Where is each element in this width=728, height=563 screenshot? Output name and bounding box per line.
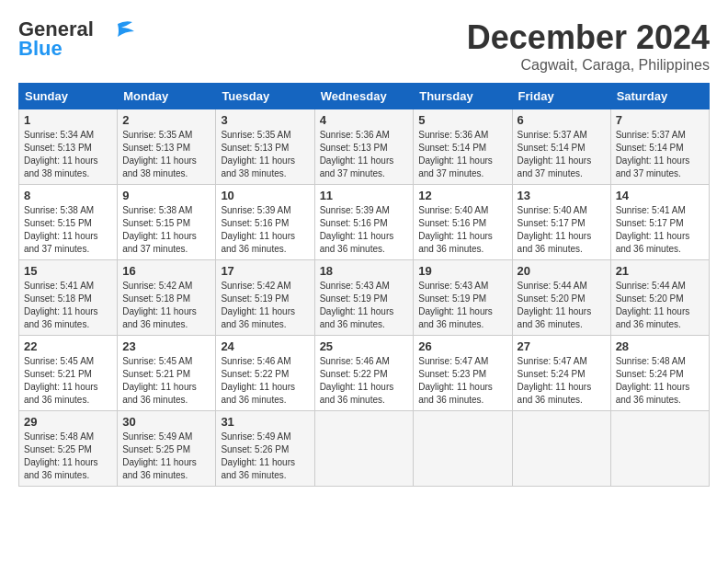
calendar-cell: 2 Sunrise: 5:35 AMSunset: 5:13 PMDayligh… xyxy=(118,109,216,185)
day-info: Sunrise: 5:34 AMSunset: 5:13 PMDaylight:… xyxy=(24,130,98,178)
day-number: 30 xyxy=(122,415,210,429)
calendar-cell: 4 Sunrise: 5:36 AMSunset: 5:13 PMDayligh… xyxy=(314,109,414,185)
calendar-cell xyxy=(512,411,610,487)
day-info: Sunrise: 5:48 AMSunset: 5:24 PMDaylight:… xyxy=(616,356,690,405)
calendar-cell: 28 Sunrise: 5:48 AMSunset: 5:24 PMDaylig… xyxy=(610,336,709,411)
day-info: Sunrise: 5:47 AMSunset: 5:23 PMDaylight:… xyxy=(418,356,493,405)
day-info: Sunrise: 5:38 AMSunset: 5:15 PMDaylight:… xyxy=(24,205,98,254)
calendar-cell: 11 Sunrise: 5:39 AMSunset: 5:16 PMDaylig… xyxy=(314,185,414,260)
weekday-header: Friday xyxy=(512,84,610,109)
day-info: Sunrise: 5:46 AMSunset: 5:22 PMDaylight:… xyxy=(221,356,295,405)
title-block: December 2024 Cagwait, Caraga, Philippin… xyxy=(467,18,710,74)
location-title: Cagwait, Caraga, Philippines xyxy=(467,57,710,74)
day-number: 15 xyxy=(24,264,112,278)
day-number: 4 xyxy=(320,113,409,127)
day-info: Sunrise: 5:40 AMSunset: 5:17 PMDaylight:… xyxy=(518,205,592,254)
day-number: 16 xyxy=(122,264,210,278)
month-title: December 2024 xyxy=(467,18,710,57)
calendar-cell: 1 Sunrise: 5:34 AMSunset: 5:13 PMDayligh… xyxy=(19,109,118,185)
day-info: Sunrise: 5:39 AMSunset: 5:16 PMDaylight:… xyxy=(221,205,295,254)
calendar-week-row: 29 Sunrise: 5:48 AMSunset: 5:25 PMDaylig… xyxy=(19,411,710,487)
calendar-cell: 26 Sunrise: 5:47 AMSunset: 5:23 PMDaylig… xyxy=(414,336,512,411)
day-number: 9 xyxy=(122,189,210,202)
calendar-table: SundayMondayTuesdayWednesdayThursdayFrid… xyxy=(18,83,710,487)
day-number: 2 xyxy=(122,113,210,127)
day-number: 13 xyxy=(518,189,606,202)
calendar-cell xyxy=(314,411,414,487)
calendar-cell: 17 Sunrise: 5:42 AMSunset: 5:19 PMDaylig… xyxy=(216,260,314,336)
day-number: 29 xyxy=(24,415,112,429)
calendar-cell: 20 Sunrise: 5:44 AMSunset: 5:20 PMDaylig… xyxy=(512,260,610,336)
day-number: 3 xyxy=(221,113,309,127)
weekday-header: Sunday xyxy=(19,84,118,109)
calendar-header-row: SundayMondayTuesdayWednesdayThursdayFrid… xyxy=(19,84,710,109)
calendar-cell: 10 Sunrise: 5:39 AMSunset: 5:16 PMDaylig… xyxy=(216,185,314,260)
day-number: 8 xyxy=(24,189,112,202)
day-number: 18 xyxy=(320,264,409,278)
calendar-cell: 23 Sunrise: 5:45 AMSunset: 5:21 PMDaylig… xyxy=(118,336,216,411)
day-number: 25 xyxy=(320,339,409,353)
calendar-week-row: 22 Sunrise: 5:45 AMSunset: 5:21 PMDaylig… xyxy=(19,336,710,411)
day-number: 21 xyxy=(616,264,704,278)
day-info: Sunrise: 5:41 AMSunset: 5:17 PMDaylight:… xyxy=(616,205,690,254)
calendar-cell: 12 Sunrise: 5:40 AMSunset: 5:16 PMDaylig… xyxy=(414,185,512,260)
calendar-cell: 22 Sunrise: 5:45 AMSunset: 5:21 PMDaylig… xyxy=(19,336,118,411)
calendar-week-row: 1 Sunrise: 5:34 AMSunset: 5:13 PMDayligh… xyxy=(19,109,710,185)
page-header: General Blue December 2024 Cagwait, Cara… xyxy=(18,18,710,74)
day-info: Sunrise: 5:37 AMSunset: 5:14 PMDaylight:… xyxy=(518,130,592,178)
day-info: Sunrise: 5:49 AMSunset: 5:25 PMDaylight:… xyxy=(122,431,197,480)
day-info: Sunrise: 5:49 AMSunset: 5:26 PMDaylight:… xyxy=(221,431,295,480)
day-number: 1 xyxy=(24,113,112,127)
calendar-cell: 8 Sunrise: 5:38 AMSunset: 5:15 PMDayligh… xyxy=(19,185,118,260)
day-info: Sunrise: 5:45 AMSunset: 5:21 PMDaylight:… xyxy=(24,356,98,405)
weekday-header: Thursday xyxy=(414,84,512,109)
day-info: Sunrise: 5:37 AMSunset: 5:14 PMDaylight:… xyxy=(616,130,690,178)
weekday-header: Wednesday xyxy=(314,84,414,109)
calendar-cell: 15 Sunrise: 5:41 AMSunset: 5:18 PMDaylig… xyxy=(19,260,118,336)
day-info: Sunrise: 5:43 AMSunset: 5:19 PMDaylight:… xyxy=(320,281,394,329)
day-number: 20 xyxy=(518,264,606,278)
day-info: Sunrise: 5:36 AMSunset: 5:14 PMDaylight:… xyxy=(418,130,493,178)
day-number: 24 xyxy=(221,339,309,353)
logo: General Blue xyxy=(18,18,134,61)
calendar-cell xyxy=(414,411,512,487)
day-info: Sunrise: 5:39 AMSunset: 5:16 PMDaylight:… xyxy=(320,205,394,254)
calendar-cell: 24 Sunrise: 5:46 AMSunset: 5:22 PMDaylig… xyxy=(216,336,314,411)
day-number: 17 xyxy=(221,264,309,278)
day-info: Sunrise: 5:36 AMSunset: 5:13 PMDaylight:… xyxy=(320,130,394,178)
day-number: 7 xyxy=(616,113,704,127)
calendar-week-row: 8 Sunrise: 5:38 AMSunset: 5:15 PMDayligh… xyxy=(19,185,710,260)
day-info: Sunrise: 5:44 AMSunset: 5:20 PMDaylight:… xyxy=(518,281,592,329)
weekday-header: Tuesday xyxy=(216,84,314,109)
calendar-cell: 25 Sunrise: 5:46 AMSunset: 5:22 PMDaylig… xyxy=(314,336,414,411)
calendar-week-row: 15 Sunrise: 5:41 AMSunset: 5:18 PMDaylig… xyxy=(19,260,710,336)
day-number: 6 xyxy=(518,113,606,127)
day-info: Sunrise: 5:48 AMSunset: 5:25 PMDaylight:… xyxy=(24,431,98,480)
calendar-cell: 5 Sunrise: 5:36 AMSunset: 5:14 PMDayligh… xyxy=(414,109,512,185)
day-info: Sunrise: 5:41 AMSunset: 5:18 PMDaylight:… xyxy=(24,281,98,329)
day-info: Sunrise: 5:40 AMSunset: 5:16 PMDaylight:… xyxy=(418,205,493,254)
calendar-cell: 9 Sunrise: 5:38 AMSunset: 5:15 PMDayligh… xyxy=(118,185,216,260)
logo-bird-icon xyxy=(99,20,134,40)
weekday-header: Saturday xyxy=(610,84,709,109)
calendar-cell: 29 Sunrise: 5:48 AMSunset: 5:25 PMDaylig… xyxy=(19,411,118,487)
day-info: Sunrise: 5:35 AMSunset: 5:13 PMDaylight:… xyxy=(221,130,295,178)
day-number: 23 xyxy=(122,339,210,353)
day-info: Sunrise: 5:47 AMSunset: 5:24 PMDaylight:… xyxy=(518,356,592,405)
calendar-cell: 13 Sunrise: 5:40 AMSunset: 5:17 PMDaylig… xyxy=(512,185,610,260)
day-info: Sunrise: 5:42 AMSunset: 5:19 PMDaylight:… xyxy=(221,281,295,329)
day-number: 22 xyxy=(24,339,112,353)
day-info: Sunrise: 5:44 AMSunset: 5:20 PMDaylight:… xyxy=(616,281,690,329)
day-number: 26 xyxy=(418,339,506,353)
day-number: 27 xyxy=(518,339,606,353)
day-info: Sunrise: 5:35 AMSunset: 5:13 PMDaylight:… xyxy=(122,130,197,178)
calendar-cell: 19 Sunrise: 5:43 AMSunset: 5:19 PMDaylig… xyxy=(414,260,512,336)
calendar-cell: 31 Sunrise: 5:49 AMSunset: 5:26 PMDaylig… xyxy=(216,411,314,487)
calendar-cell: 3 Sunrise: 5:35 AMSunset: 5:13 PMDayligh… xyxy=(216,109,314,185)
weekday-header: Monday xyxy=(118,84,216,109)
calendar-cell: 7 Sunrise: 5:37 AMSunset: 5:14 PMDayligh… xyxy=(610,109,709,185)
calendar-body: 1 Sunrise: 5:34 AMSunset: 5:13 PMDayligh… xyxy=(19,109,710,487)
calendar-cell: 16 Sunrise: 5:42 AMSunset: 5:18 PMDaylig… xyxy=(118,260,216,336)
calendar-cell: 14 Sunrise: 5:41 AMSunset: 5:17 PMDaylig… xyxy=(610,185,709,260)
day-info: Sunrise: 5:45 AMSunset: 5:21 PMDaylight:… xyxy=(122,356,197,405)
